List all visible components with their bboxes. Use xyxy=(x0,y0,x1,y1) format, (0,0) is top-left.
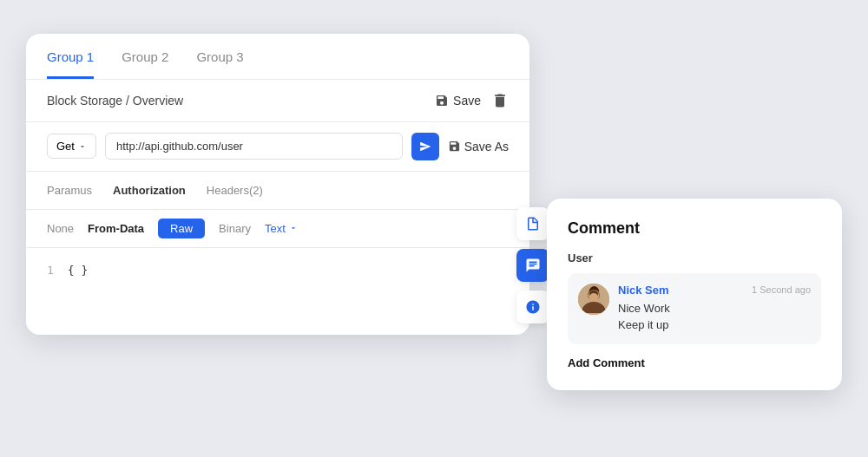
body-tab-form-data[interactable]: From-Data xyxy=(88,222,144,235)
comment-item: Nick Sem 1 Second ago Nice Work Keep it … xyxy=(568,273,821,344)
chat-icon xyxy=(525,258,541,273)
tab-headers[interactable]: Headers(2) xyxy=(207,180,263,200)
body-tab-none[interactable]: None xyxy=(47,222,74,235)
user-section-label: User xyxy=(568,251,821,264)
method-dropdown[interactable]: Get xyxy=(47,134,96,159)
commenter-name: Nick Sem xyxy=(618,284,669,297)
url-row: Get Save As xyxy=(26,122,529,172)
info-icon xyxy=(525,299,541,315)
document-icon xyxy=(525,216,541,232)
info-panel-icon[interactable] xyxy=(516,291,549,323)
comment-header: Nick Sem 1 Second ago xyxy=(618,284,811,297)
comment-panel-title: Comment xyxy=(568,219,821,238)
comment-panel: Comment User Nick Sem 1 Second ago xyxy=(547,199,842,390)
params-tab-bar: Paramus Authorization Headers(2) xyxy=(26,172,529,210)
tab-authorization[interactable]: Authorization xyxy=(113,180,186,200)
body-tab-bar: None From-Data Raw Binary Text xyxy=(26,210,529,248)
body-tab-text-dropdown[interactable]: Text xyxy=(265,222,298,235)
comment-body: Nick Sem 1 Second ago Nice Work Keep it … xyxy=(618,284,811,334)
chevron-down-icon xyxy=(289,224,298,232)
breadcrumb-actions: Save xyxy=(435,92,509,109)
save-button[interactable]: Save xyxy=(435,94,481,108)
add-comment-button[interactable]: Add Comment xyxy=(568,356,821,369)
code-editor: 1 { } xyxy=(26,248,529,335)
send-icon xyxy=(419,140,431,153)
svg-point-4 xyxy=(589,293,598,302)
body-tab-raw[interactable]: Raw xyxy=(158,219,205,238)
document-panel-icon[interactable] xyxy=(516,207,549,240)
tab-group3[interactable]: Group 3 xyxy=(196,34,243,79)
tab-paramus[interactable]: Paramus xyxy=(47,180,92,200)
tab-group1[interactable]: Group 1 xyxy=(47,34,94,79)
avatar xyxy=(578,284,609,315)
code-content[interactable]: { } xyxy=(68,262,88,321)
tab-bar: Group 1 Group 2 Group 3 xyxy=(26,34,529,80)
tab-group2[interactable]: Group 2 xyxy=(122,34,168,79)
line-numbers: 1 xyxy=(47,262,54,321)
save-as-button[interactable]: Save As xyxy=(448,140,509,153)
chevron-down-icon xyxy=(78,142,87,151)
side-icon-panel xyxy=(516,207,549,323)
url-input[interactable] xyxy=(105,133,403,160)
delete-icon[interactable] xyxy=(491,92,509,109)
save-as-icon xyxy=(448,140,461,153)
comment-text-line1: Nice Work xyxy=(618,300,811,317)
breadcrumb-row: Block Storage / Overview Save xyxy=(26,80,529,122)
save-icon xyxy=(435,94,449,108)
body-tab-binary[interactable]: Binary xyxy=(219,222,251,235)
send-button[interactable] xyxy=(411,133,439,160)
main-card: Group 1 Group 2 Group 3 Block Storage / … xyxy=(26,34,529,335)
breadcrumb: Block Storage / Overview xyxy=(47,94,183,108)
comment-time: 1 Second ago xyxy=(752,284,811,295)
comment-text-line2: Keep it up xyxy=(618,317,811,334)
chat-panel-icon[interactable] xyxy=(516,249,549,282)
